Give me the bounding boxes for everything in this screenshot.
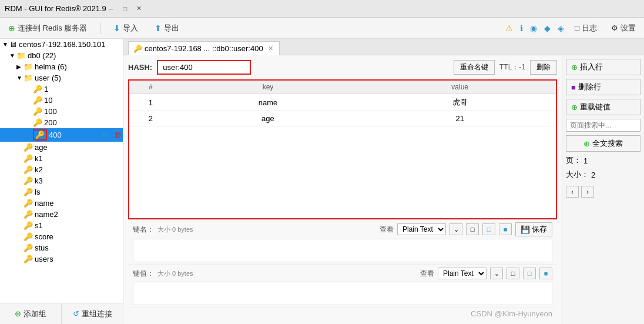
log-label: 日志 bbox=[582, 23, 597, 34]
key-format-select[interactable]: Plain Text bbox=[397, 223, 446, 235]
tab-user400[interactable]: 🔑 centos7-192.168 ... ::db0::user:400 ✕ bbox=[128, 41, 280, 55]
heima-label: heima (6) bbox=[35, 62, 67, 71]
key-save-icon: 💾 bbox=[521, 225, 530, 234]
page-label: 页： bbox=[566, 155, 581, 166]
log-button[interactable]: □ 日志 bbox=[571, 21, 601, 36]
col-num-header: # bbox=[129, 81, 172, 94]
key-name2-item[interactable]: 🔑 name2 bbox=[0, 209, 123, 220]
minimize-button[interactable]: ─ bbox=[106, 4, 116, 14]
prev-page-button[interactable]: ‹ bbox=[566, 186, 579, 198]
info-icon[interactable]: ℹ bbox=[520, 24, 523, 33]
heima-item[interactable]: ▶ 📁 heima (6) bbox=[0, 61, 123, 72]
key-save-button[interactable]: 💾 保存 bbox=[515, 222, 552, 236]
maximize-button[interactable]: □ bbox=[120, 4, 130, 14]
key-name-item[interactable]: 🔑 name bbox=[0, 198, 123, 209]
value-copy1-icon[interactable]: □ bbox=[507, 268, 519, 279]
warn-icon[interactable]: ⚠ bbox=[505, 24, 513, 33]
value-copy3-icon[interactable]: ■ bbox=[539, 268, 552, 279]
discord-icon[interactable]: ◉ bbox=[530, 24, 537, 33]
key-age-label: age bbox=[35, 143, 48, 152]
row-key: age bbox=[172, 111, 364, 126]
key-10-item[interactable]: 🔑 10 bbox=[0, 95, 123, 106]
key-textarea[interactable] bbox=[133, 239, 552, 262]
edit-key-icon[interactable]: ✏ bbox=[99, 130, 110, 141]
table-row[interactable]: 2 age 21 bbox=[129, 111, 556, 126]
table-row[interactable]: 1 name 虎哥 bbox=[129, 94, 556, 111]
hash-key-input[interactable] bbox=[157, 60, 251, 75]
key-copy3-icon[interactable]: ■ bbox=[499, 223, 512, 235]
settings-icon: ⚙ bbox=[611, 24, 618, 32]
row-num: 1 bbox=[129, 94, 172, 111]
twitter-icon[interactable]: ◆ bbox=[544, 24, 551, 33]
value-label: 键值： bbox=[133, 269, 154, 279]
key-score-item[interactable]: 🔑 score bbox=[0, 231, 123, 242]
key-k1-item[interactable]: 🔑 k1 bbox=[0, 153, 123, 164]
ttl-label: TTL：-1 bbox=[499, 62, 525, 72]
key-s1-item[interactable]: 🔑 s1 bbox=[0, 220, 123, 231]
key-k2-item[interactable]: 🔑 k2 bbox=[0, 164, 123, 175]
key-ls-item[interactable]: 🔑 ls bbox=[0, 186, 123, 198]
key-name2-label: name2 bbox=[35, 210, 58, 219]
key-score-icon: 🔑 bbox=[24, 232, 33, 241]
add-group-label: 添加组 bbox=[24, 309, 46, 319]
delete-row-button[interactable]: ■ 删除行 bbox=[566, 79, 640, 95]
value-chevron-icon[interactable]: ⌄ bbox=[490, 268, 503, 279]
settings-button[interactable]: ⚙ 设置 bbox=[608, 21, 639, 36]
selected-actions: ✏ 🗑 bbox=[99, 130, 123, 141]
key-stus-item[interactable]: 🔑 stus bbox=[0, 242, 123, 253]
close-button[interactable]: ✕ bbox=[135, 4, 144, 14]
export-button[interactable]: ⬆ 导出 bbox=[151, 21, 183, 36]
pager: ‹ › bbox=[566, 186, 640, 198]
fulltext-button[interactable]: ⊕ 全文搜索 bbox=[566, 135, 640, 152]
tab-close-button[interactable]: ✕ bbox=[268, 45, 273, 52]
key-10-icon: 🔑 bbox=[33, 96, 42, 105]
toolbar-right: ⚠ ℹ ◉ ◆ ◈ □ 日志 ⚙ 设置 bbox=[505, 21, 639, 36]
key-users-item[interactable]: 🔑 users bbox=[0, 253, 123, 265]
value-textarea[interactable] bbox=[133, 282, 552, 305]
value-copy2-icon[interactable]: □ bbox=[523, 268, 536, 279]
key-100-item[interactable]: 🔑 100 bbox=[0, 106, 123, 117]
user-folder-icon: 📁 bbox=[24, 74, 33, 82]
insert-row-button[interactable]: ⊕ 插入行 bbox=[566, 59, 640, 75]
key-ls-icon: 🔑 bbox=[24, 188, 33, 196]
key-200-item[interactable]: 🔑 200 bbox=[0, 117, 123, 128]
insert-row-label: 插入行 bbox=[580, 62, 603, 72]
value-view-label: 查看 bbox=[420, 269, 434, 279]
connect-button[interactable]: ⊕ 连接到 Redis 服务器 bbox=[5, 21, 90, 36]
delete-button[interactable]: 删除 bbox=[530, 60, 557, 75]
reload-button[interactable]: ⊕ 重载键值 bbox=[566, 99, 640, 115]
server-item[interactable]: ▼ 🖥 centos7-192.168.150.101 bbox=[0, 39, 123, 50]
sidebar: ▼ 🖥 centos7-192.168.150.101 ▼ 📁 db0 (22)… bbox=[0, 39, 123, 324]
key-copy2-icon[interactable]: □ bbox=[482, 223, 495, 235]
titlebar-controls: ─ □ ✕ bbox=[106, 4, 144, 14]
next-page-button[interactable]: › bbox=[581, 186, 594, 198]
key-400-item[interactable]: 🔑 400 ✏ 🗑 bbox=[0, 128, 123, 142]
rename-button[interactable]: 重命名键 bbox=[454, 60, 495, 75]
page-search-input[interactable] bbox=[566, 119, 640, 132]
key-k2-icon: 🔑 bbox=[24, 165, 33, 174]
import-icon: ⬇ bbox=[113, 24, 120, 33]
key-age-icon: 🔑 bbox=[24, 143, 33, 152]
value-format-select[interactable]: Plain Text bbox=[438, 268, 487, 279]
import-label: 导入 bbox=[123, 23, 138, 34]
key-copy1-icon[interactable]: □ bbox=[466, 223, 479, 235]
shield-icon[interactable]: ◈ bbox=[558, 24, 564, 33]
key-k3-item[interactable]: 🔑 k3 bbox=[0, 175, 123, 186]
size-row: 大小： 2 bbox=[566, 169, 640, 180]
import-button[interactable]: ⬇ 导入 bbox=[110, 21, 142, 36]
db0-label: db0 (22) bbox=[28, 51, 56, 60]
add-group-button[interactable]: ⊕ 添加组 bbox=[0, 303, 62, 324]
user-folder-item[interactable]: ▼ 📁 user (5) bbox=[0, 72, 123, 83]
delete-key-icon[interactable]: 🗑 bbox=[112, 130, 123, 141]
key-stus-icon: 🔑 bbox=[24, 243, 33, 252]
key-1-item[interactable]: 🔑 1 bbox=[0, 83, 123, 95]
db0-item[interactable]: ▼ 📁 db0 (22) bbox=[0, 50, 123, 61]
value-size: 大小 0 bytes bbox=[157, 269, 193, 278]
user-folder-label: user (5) bbox=[35, 74, 61, 82]
add-group-icon: ⊕ bbox=[15, 309, 21, 318]
key-1-label: 1 bbox=[44, 85, 48, 93]
key-age-item[interactable]: 🔑 age bbox=[0, 142, 123, 153]
reconnect-button[interactable]: ↺ 重组连接 bbox=[62, 303, 123, 324]
key-chevron-icon[interactable]: ⌄ bbox=[450, 223, 462, 235]
hash-header: HASH: 重命名键 TTL：-1 删除 bbox=[128, 60, 557, 75]
